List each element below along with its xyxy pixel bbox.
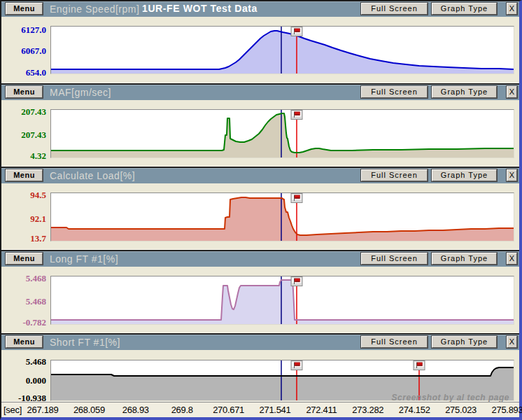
full-screen-button[interactable]: Full Screen <box>361 86 428 98</box>
close-icon[interactable]: X <box>507 86 517 98</box>
panel-long-ft1: Menu Long FT #1[%] Full Screen Graph Typ… <box>1 250 519 333</box>
menu-button[interactable]: Menu <box>6 86 43 98</box>
graph-area: 5.468 0.000 -10.938 Screenshot by al tec… <box>1 350 519 402</box>
close-icon[interactable]: X <box>507 253 517 265</box>
y-axis-label: 207.43 <box>1 107 46 117</box>
y-axis-label: 5.468 <box>1 274 46 284</box>
full-screen-button[interactable]: Full Screen <box>361 336 428 348</box>
y-axis-label: 94.5 <box>1 190 46 200</box>
panel-title: MAF[gm/sec] <box>50 87 111 98</box>
time-tick: 270.671 <box>213 405 244 415</box>
plot-area[interactable] <box>50 192 514 241</box>
y-axis-label: 13.7 <box>1 234 46 244</box>
time-tick: 273.282 <box>352 405 383 415</box>
time-tick: 271.541 <box>260 405 291 415</box>
menu-button[interactable]: Menu <box>6 169 43 181</box>
graph-type-button[interactable]: Graph Type <box>432 86 497 98</box>
full-screen-button[interactable]: Full Screen <box>361 3 428 15</box>
full-screen-button[interactable]: Full Screen <box>361 169 428 181</box>
flag-marker-icon[interactable] <box>291 111 302 120</box>
plot-area[interactable] <box>50 276 514 325</box>
y-axis-label: 4.32 <box>1 151 46 161</box>
time-tick: 272.411 <box>306 405 337 415</box>
panel-short-ft1: Menu Short FT #1[%] Full Screen Graph Ty… <box>1 333 519 402</box>
panel-title: Engine Speed[rpm] <box>50 4 139 15</box>
full-screen-button[interactable]: Full Screen <box>361 253 428 265</box>
panel-header: Menu Short FT #1[%] Full Screen Graph Ty… <box>1 335 519 350</box>
panel-header: Menu Calculate Load[%] Full Screen Graph… <box>1 168 519 183</box>
time-tick: 275.893 <box>492 405 522 415</box>
y-axis-label: 207.43 <box>1 130 46 140</box>
panel-header: Menu Engine Speed[rpm] 1UR-FE WOT Test D… <box>1 1 519 17</box>
window-title: 1UR-FE WOT Test Data <box>142 3 258 14</box>
graph-area: 207.43 207.43 4.32 <box>1 100 519 167</box>
y-axis-label: 6127.0 <box>1 25 46 35</box>
flag-marker-icon[interactable] <box>291 194 302 203</box>
graph-type-button[interactable]: Graph Type <box>432 3 497 15</box>
panel-maf: Menu MAF[gm/sec] Full Screen Graph Type … <box>1 83 519 167</box>
menu-button[interactable]: Menu <box>6 3 43 15</box>
time-axis-unit: [sec] <box>3 405 22 415</box>
graph-type-button[interactable]: Graph Type <box>432 169 497 181</box>
y-axis-label: 654.0 <box>1 68 46 78</box>
close-icon[interactable]: X <box>507 169 517 181</box>
time-tick: 268.059 <box>73 405 105 415</box>
flag-marker-icon[interactable] <box>291 277 302 286</box>
panel-title: Long FT #1[%] <box>50 253 118 265</box>
time-tick: 274.152 <box>399 405 430 415</box>
y-axis-label: 6067.0 <box>1 46 46 56</box>
series-fill <box>51 197 514 241</box>
time-axis: [sec] 267.189268.059268.93269.8270.67127… <box>1 402 519 417</box>
panel-engine-speed: Menu Engine Speed[rpm] 1UR-FE WOT Test D… <box>1 1 519 83</box>
close-icon[interactable]: X <box>507 336 517 348</box>
y-axis-label: -0.782 <box>1 318 46 328</box>
panel-title: Calculate Load[%] <box>50 170 135 181</box>
close-icon[interactable]: X <box>507 3 517 15</box>
time-tick: 269.8 <box>171 405 193 415</box>
graph-area: 6127.0 6067.0 654.0 <box>1 17 519 83</box>
panel-calculate-load: Menu Calculate Load[%] Full Screen Graph… <box>1 167 519 250</box>
series-fill <box>51 280 514 324</box>
time-tick: 267.189 <box>27 405 59 415</box>
plot-area[interactable] <box>50 26 514 74</box>
time-tick: 268.93 <box>122 405 149 415</box>
y-axis-label: 92.1 <box>1 214 46 224</box>
watermark-text: Screenshot by al tech page <box>392 393 509 402</box>
flag-marker-icon[interactable] <box>291 361 302 370</box>
plot-area[interactable] <box>50 109 514 158</box>
time-tick: 275.023 <box>445 405 477 415</box>
flag-marker-icon[interactable] <box>291 27 302 36</box>
y-axis-label: 5.468 <box>1 297 46 307</box>
graph-area: 94.5 92.1 13.7 <box>1 183 519 250</box>
app-window: Menu Engine Speed[rpm] 1UR-FE WOT Test D… <box>0 0 522 420</box>
series-line <box>51 368 514 376</box>
graph-area: 5.468 5.468 -0.782 <box>1 267 519 333</box>
graph-type-button[interactable]: Graph Type <box>432 336 497 348</box>
menu-button[interactable]: Menu <box>6 336 43 348</box>
flag-marker-icon[interactable] <box>414 361 425 370</box>
panel-title: Short FT #1[%] <box>50 337 120 348</box>
graph-type-button[interactable]: Graph Type <box>432 253 497 265</box>
menu-button[interactable]: Menu <box>6 253 43 265</box>
panel-header: Menu Long FT #1[%] Full Screen Graph Typ… <box>1 251 519 267</box>
y-axis-label: 5.468 <box>1 357 46 367</box>
y-axis-label: 0.000 <box>1 376 46 386</box>
panel-header: Menu MAF[gm/sec] Full Screen Graph Type … <box>1 85 519 100</box>
